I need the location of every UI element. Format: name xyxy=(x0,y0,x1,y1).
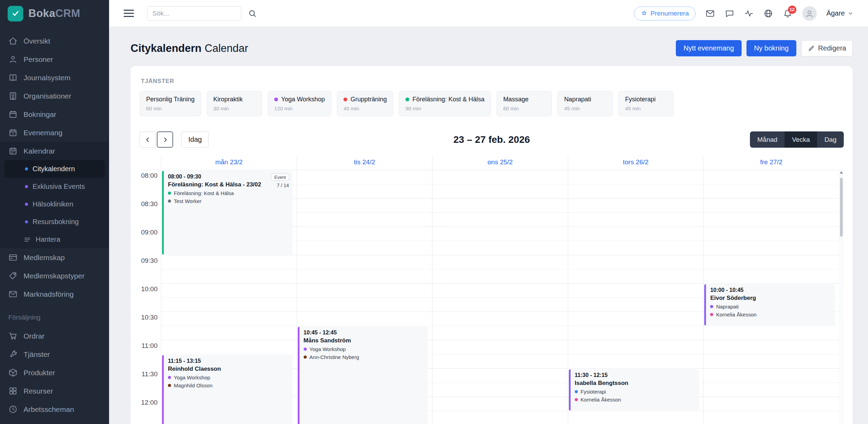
sidebar-section-forsaljning: Försäljning xyxy=(0,303,109,327)
service-chip-massage[interactable]: Massage 60 min xyxy=(496,91,552,116)
calendar-toolbar: Idag 23 – 27 feb. 2026 Månad Vecka Dag xyxy=(140,131,844,148)
day-column-thu[interactable]: 11:30 - 12:15 Isabella Bengtsson Fysiote… xyxy=(568,170,704,424)
citykalendern-dot-icon xyxy=(25,167,28,170)
sidebar-item-marknadsforing[interactable]: Marknadsföring xyxy=(0,285,109,303)
edit-button[interactable]: Redigera xyxy=(801,40,853,56)
prev-week-button[interactable] xyxy=(140,131,156,148)
calendar-day-header: mån 23/2 tis 24/2 ons 25/2 tors 26/2 fre… xyxy=(140,157,844,170)
today-button[interactable]: Idag xyxy=(181,131,209,148)
time-gutter: 08:00 08:30 09:00 09:30 10:00 10:30 11:0… xyxy=(140,170,161,424)
view-switcher: Månad Vecka Dag xyxy=(750,131,844,148)
event-dot-icon xyxy=(304,348,307,351)
sidebar-item-arbetsscheman[interactable]: Arbetsscheman xyxy=(0,400,109,418)
person-icon xyxy=(8,55,18,64)
sidebar-item-tjanster[interactable]: Tjänster xyxy=(0,345,109,363)
sidebar-item-medlemskap[interactable]: Medlemskap xyxy=(0,248,109,267)
calendar-event[interactable]: 11:15 - 13:15 Reinhold Claesson Yoga Wor… xyxy=(162,355,293,424)
view-month-button[interactable]: Månad xyxy=(750,131,785,148)
sidebar-item-hantera[interactable]: Hantera xyxy=(0,231,109,248)
calendar-event[interactable]: 11:30 - 12:15 Isabella Bengtsson Fysiote… xyxy=(569,369,699,411)
view-week-button[interactable]: Vecka xyxy=(785,131,817,148)
list-icon xyxy=(24,236,31,243)
halsokliniken-dot-icon xyxy=(25,203,28,206)
calendar-event[interactable]: 08:00 - 09:30 Föreläsning: Kost & Hälsa … xyxy=(162,171,293,255)
time-label: 12:00 xyxy=(141,399,158,406)
day-header-tue: tis 24/2 xyxy=(297,157,432,170)
wrench-icon xyxy=(8,350,18,359)
time-label: 09:30 xyxy=(141,257,158,265)
day-header-fri: fre 27/2 xyxy=(703,157,839,170)
mail-icon[interactable] xyxy=(705,9,715,18)
service-chip-yoga-workshop[interactable]: Yoga Workshop 120 min xyxy=(268,91,331,116)
brand-check-icon xyxy=(8,6,23,21)
topbar: Prenumerera 12 Ägare xyxy=(109,0,868,27)
day-header-wed: ons 25/2 xyxy=(432,157,568,170)
sidebar-item-bokningar[interactable]: Bokningar xyxy=(0,105,109,123)
bell-icon[interactable]: 12 xyxy=(783,9,793,18)
new-event-button[interactable]: Nytt evenemang xyxy=(676,40,742,56)
calendar-card: TJÄNSTER Personlig Träning 60 min Kiropr… xyxy=(131,66,853,424)
pencil-icon xyxy=(808,45,815,52)
clock-icon xyxy=(8,405,18,414)
scroll-up-icon[interactable] xyxy=(840,171,843,174)
subscribe-button[interactable]: Prenumerera xyxy=(634,7,696,20)
time-label: 09:00 xyxy=(141,229,158,236)
service-dot-icon xyxy=(405,98,409,101)
event-dot-icon xyxy=(168,384,171,387)
sidebar: BokaCRM Översikt Personer Journalsystem … xyxy=(0,0,109,424)
sidebar-item-organisationer[interactable]: Organisationer xyxy=(0,87,109,105)
service-chip-gruppträning[interactable]: Gruppträning 45 min xyxy=(337,91,393,116)
day-header-thu: tors 26/2 xyxy=(568,157,704,170)
time-label: 10:00 xyxy=(141,285,158,293)
mail-icon xyxy=(8,289,18,299)
sidebar-item-medlemskapstyper[interactable]: Medlemskapstyper xyxy=(0,267,109,285)
service-chip-naprapati[interactable]: Naprapati 45 min xyxy=(557,91,613,116)
sidebar-item-resurser[interactable]: Resurser xyxy=(0,382,109,400)
sidebar-item-journalsystem[interactable]: Journalsystem xyxy=(0,68,109,87)
chat-icon[interactable] xyxy=(725,9,734,18)
services-chips: Personlig Träning 60 min Kiropraktik 30 … xyxy=(140,91,844,116)
brand-logo[interactable]: BokaCRM xyxy=(0,0,109,27)
calendar-scrollbar[interactable] xyxy=(839,170,844,424)
search-icon[interactable] xyxy=(248,9,257,18)
brand-name: BokaCRM xyxy=(28,7,80,20)
scrollbar-thumb[interactable] xyxy=(840,178,843,237)
user-menu[interactable]: Ägare xyxy=(826,9,853,17)
day-column-fri[interactable]: 10:00 - 10:45 Eivor Söderberg Naprapati … xyxy=(703,170,839,424)
service-chip-fysioterapi[interactable]: Fysioterapi 45 min xyxy=(618,91,674,116)
sidebar-item-resursbokning[interactable]: Resursbokning xyxy=(0,213,109,231)
sidebar-item-personer[interactable]: Personer xyxy=(0,50,109,68)
service-chip-personlig-traning[interactable]: Personlig Träning 60 min xyxy=(140,91,201,116)
sidebar-item-citykalendern[interactable]: Citykalendern xyxy=(4,160,105,178)
hamburger-menu-icon[interactable] xyxy=(124,10,134,17)
view-day-button[interactable]: Dag xyxy=(817,131,844,148)
new-booking-button[interactable]: Ny bokning xyxy=(746,40,796,56)
page-actions: Nytt evenemang Ny bokning Redigera xyxy=(676,40,853,56)
calendar-grid: 08:00 08:30 09:00 09:30 10:00 10:30 11:0… xyxy=(140,170,844,424)
day-column-tue[interactable]: 10:45 - 12:45 Måns Sandström Yoga Worksh… xyxy=(297,170,432,424)
calendar-event[interactable]: 10:45 - 12:45 Måns Sandström Yoga Worksh… xyxy=(298,327,428,424)
main-column: Prenumerera 12 Ägare Ci xyxy=(109,0,868,424)
day-column-mon[interactable]: 08:00 - 09:30 Föreläsning: Kost & Hälsa … xyxy=(161,170,297,424)
service-chip-forelasning[interactable]: Föreläsning: Kost & Hälsa 90 min xyxy=(399,91,491,116)
sidebar-item-evenemang[interactable]: Evenemang xyxy=(0,123,109,142)
activity-icon[interactable] xyxy=(744,9,754,18)
calendar-event[interactable]: 10:00 - 10:45 Eivor Söderberg Naprapati … xyxy=(704,284,835,325)
sidebar-item-oversikt[interactable]: Översikt xyxy=(0,32,109,50)
sidebar-item-produkter[interactable]: Produkter xyxy=(0,363,109,382)
avatar[interactable] xyxy=(802,6,817,21)
sidebar-item-kalendrar[interactable]: Kalendrar xyxy=(0,142,109,160)
calendar-event-icon xyxy=(8,128,18,137)
globe-icon[interactable] xyxy=(763,9,773,18)
sidebar-item-halsokliniken[interactable]: Hälsokliniken xyxy=(0,195,109,213)
box-icon xyxy=(8,368,18,377)
page-header: CitykalendernCalendar Nytt evenemang Ny … xyxy=(131,40,853,56)
sidebar-item-exklusiva-events[interactable]: Exklusiva Events xyxy=(0,178,109,195)
next-week-button[interactable] xyxy=(157,131,173,148)
event-dot-icon xyxy=(168,192,171,195)
search-input[interactable] xyxy=(147,6,241,21)
service-chip-kiropraktik[interactable]: Kiropraktik 30 min xyxy=(207,91,262,116)
sidebar-item-ordrar[interactable]: Ordrar xyxy=(0,327,109,345)
event-dot-icon xyxy=(168,376,171,379)
day-column-wed[interactable] xyxy=(432,170,568,424)
